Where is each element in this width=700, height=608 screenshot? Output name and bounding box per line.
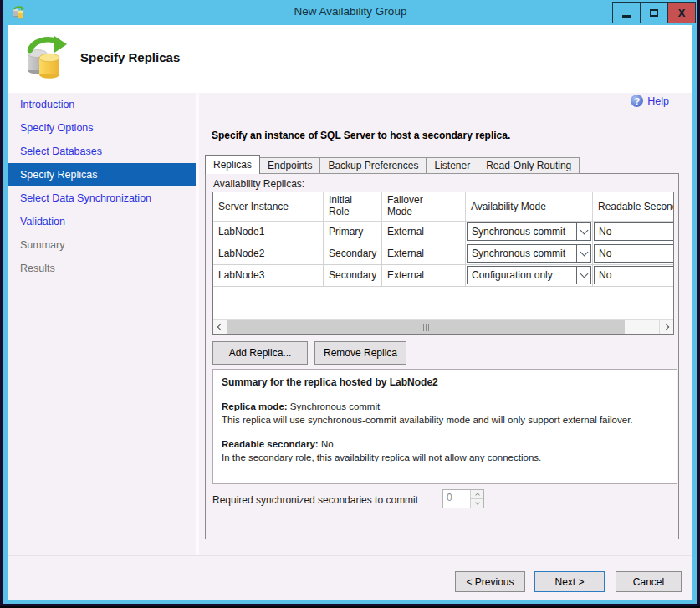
replica-row[interactable]: LabNode2 Secondary External Synchronous … (213, 243, 673, 265)
chevron-left-icon (217, 324, 224, 330)
replica-mode-label: Replica mode: (222, 401, 288, 411)
server-instance-cell: LabNode2 (213, 243, 324, 264)
tab-read-only-routing[interactable]: Read-Only Routing (478, 157, 580, 174)
wizard-header: Specify Replicas (8, 25, 692, 93)
required-secondaries-value: 0 (443, 490, 470, 508)
page-instruction: Specify an instance of SQL Server to hos… (212, 130, 510, 141)
sidebar-item-validation[interactable]: Validation (8, 210, 196, 233)
chevron-down-icon (580, 270, 588, 278)
dialog-footer: < Previous Next > Cancel (8, 555, 692, 600)
sidebar-item-results: Results (8, 257, 196, 280)
grid-empty-area (213, 287, 673, 319)
grid-header-row: Server Instance Initial Role Failover Mo… (213, 192, 673, 222)
help-link-label[interactable]: Help (647, 95, 669, 107)
availability-replicas-label: Availability Replicas: (213, 178, 304, 190)
replica-summary-panel: Summary for the replica hosted by LabNod… (212, 369, 677, 484)
next-button[interactable]: Next > (534, 571, 605, 592)
page-title: Specify Replicas (80, 50, 180, 64)
availability-mode-dropdown[interactable]: Synchronous commit (467, 244, 591, 263)
maximize-icon (650, 9, 658, 17)
availability-mode-dropdown[interactable]: Synchronous commit (467, 222, 591, 241)
replica-row[interactable]: LabNode3 Secondary External Configuratio… (213, 265, 673, 287)
sidebar-item-specify-options[interactable]: Specify Options (8, 116, 196, 140)
initial-role-cell: Secondary (324, 265, 382, 286)
column-header-server-instance[interactable]: Server Instance (213, 192, 324, 221)
tab-listener[interactable]: Listener (426, 157, 478, 174)
failover-mode-cell: External (382, 222, 466, 243)
chevron-down-icon (580, 248, 588, 257)
server-instance-cell: LabNode3 (213, 265, 324, 286)
readable-secondary-dropdown[interactable]: No (594, 244, 673, 263)
horizontal-scrollbar[interactable] (213, 319, 673, 334)
cancel-button[interactable]: Cancel (616, 571, 682, 592)
initial-role-cell: Secondary (324, 243, 382, 264)
scrollbar-grip-icon (423, 324, 429, 331)
replica-mode-value: Synchronous commit (290, 401, 380, 411)
chevron-down-icon (580, 227, 588, 235)
minimize-button[interactable] (612, 2, 641, 23)
chevron-down-icon (475, 500, 480, 505)
spinner-down-button (471, 499, 483, 508)
spinner-up-button (471, 490, 483, 499)
add-replica-button[interactable]: Add Replica... (212, 341, 308, 365)
readable-secondary-dropdown[interactable]: No (594, 266, 673, 284)
wizard-page-content: ? Help Specify an instance of SQL Server… (199, 93, 692, 555)
help-icon: ? (631, 95, 643, 107)
replicas-tab-page: Availability Replicas: Server Instance I… (205, 173, 679, 539)
sidebar-item-summary: Summary (8, 233, 196, 257)
minimize-icon (622, 15, 631, 18)
sidebar-item-select-data-synchronization[interactable]: Select Data Synchronization (8, 186, 196, 210)
tab-endpoints[interactable]: Endpoints (259, 157, 320, 174)
column-header-initial-role[interactable]: Initial Role (324, 192, 382, 221)
failover-mode-cell: External (382, 265, 466, 286)
tab-replicas[interactable]: Replicas (205, 155, 260, 174)
maximize-button[interactable] (640, 2, 668, 23)
window-title: New Availability Group (3, 5, 697, 18)
scroll-left-button[interactable] (213, 320, 227, 334)
required-secondaries-label: Required synchronized secondaries to com… (212, 491, 418, 509)
replica-tabs: Replicas Endpoints Backup Preferences Li… (206, 155, 580, 174)
remove-replica-button[interactable]: Remove Replica (314, 341, 406, 365)
summary-title: Summary for the replica hosted by LabNod… (222, 376, 668, 390)
scrollbar-thumb[interactable] (227, 320, 625, 334)
availability-replicas-grid: Server Instance Initial Role Failover Mo… (212, 192, 674, 335)
initial-role-cell: Primary (324, 222, 382, 243)
help-link[interactable]: ? Help (631, 95, 669, 107)
availability-mode-dropdown[interactable]: Configuration only (467, 266, 591, 284)
failover-mode-cell: External (382, 243, 466, 264)
sidebar-item-introduction[interactable]: Introduction (8, 93, 196, 116)
server-instance-cell: LabNode1 (213, 222, 324, 243)
scroll-right-button[interactable] (659, 320, 673, 334)
availability-group-replica-icon (23, 34, 69, 82)
readable-secondary-value: No (321, 439, 334, 449)
titlebar[interactable]: New Availability Group X (3, 0, 697, 25)
required-secondaries-spinner: 0 (442, 489, 484, 508)
chevron-right-icon (662, 324, 669, 330)
scrollbar-track[interactable] (625, 320, 659, 334)
new-availability-group-dialog: New Availability Group X (3, 0, 697, 604)
chevron-up-icon (475, 493, 480, 498)
readable-secondary-dropdown[interactable]: No (594, 222, 673, 241)
tab-backup-preferences[interactable]: Backup Preferences (319, 157, 427, 174)
readable-secondary-label: Readable secondary: (222, 439, 319, 449)
wizard-steps-sidebar: Introduction Specify Options Select Data… (8, 93, 196, 555)
replica-mode-description: This replica will use synchronous-commit… (222, 413, 668, 427)
replica-row[interactable]: LabNode1 Primary External Synchronous co… (213, 222, 673, 243)
sidebar-item-specify-replicas[interactable]: Specify Replicas (8, 163, 196, 186)
column-header-availability-mode[interactable]: Availability Mode (466, 192, 593, 221)
column-header-failover-mode[interactable]: Failover Mode (382, 192, 466, 221)
close-button[interactable]: X (667, 2, 696, 23)
readable-secondary-description: In the secondary role, this availability… (222, 451, 668, 464)
previous-button[interactable]: < Previous (455, 571, 525, 592)
dialog-client-area: Specify Replicas Introduction Specify Op… (8, 25, 692, 600)
sidebar-item-select-databases[interactable]: Select Databases (8, 140, 196, 163)
column-header-readable-secondary[interactable]: Readable Secondary (593, 192, 673, 221)
